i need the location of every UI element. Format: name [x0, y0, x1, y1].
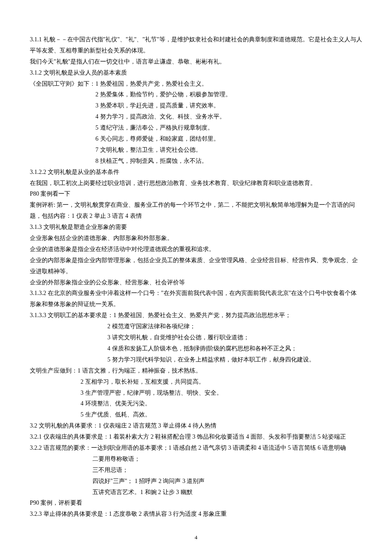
- paragraph: 我们今天"礼貌"是指人们在一切交往中，语言举止谦虚、恭敬、彬彬有礼。: [30, 56, 362, 67]
- list-item: 四说好"三声"； 1 招呼声 2 询问声 3 道别声: [30, 476, 362, 487]
- list-item: 4 环境整洁、优美无污染。: [30, 398, 362, 409]
- page-number: 4: [30, 532, 362, 543]
- list-item: 6 关心同志，尊师爱徒，和睦家庭，团结邻里。: [30, 133, 362, 145]
- paragraph: 文明生产应做到：1 语言文雅，行为端正，精神振奋，技术熟练。: [30, 365, 362, 376]
- list-item: 4 保质和发扬工人阶级本色，抵制剥削阶级的腐朽思想和各种不正之风；: [30, 343, 362, 354]
- list-item: 8 扶植正气，抑制歪风，拒腐蚀，永不沾。: [30, 156, 362, 167]
- paragraph: 3.2.2 语言规范的要求：一达到职业用语的基本要求；1 语感自然 2 语气亲切…: [30, 442, 362, 454]
- paragraph: 《全国职工守则》如下：1 热爱祖国，热爱共产党，热爱社会主义。: [30, 78, 362, 90]
- paragraph: 3.1.1 礼貌－－在中国古代指"礼仪"、"礼"、"礼节"等，是维护奴隶社会和封…: [30, 34, 362, 56]
- paragraph: 3.2 文明礼貌的具体要求：1 仪表端庄 2 语言规范 3 举止得体 4 待人热…: [30, 420, 362, 431]
- paragraph: 企业的外部形象指企业的公众形象、经营形象、社会评价等: [30, 277, 362, 288]
- list-item: 5 努力学习现代科学知识，在业务上精益求精，做好本职工作，献身四化建设。: [30, 354, 362, 365]
- paragraph: 3.1.2.2 文明礼貌是从业的基本条件: [30, 167, 362, 178]
- paragraph: 3.1.2 文明礼貌是从业人员的基本素质: [30, 67, 362, 78]
- list-item: 五讲究语言艺术。1 和婉 2 让步 3 幽默: [30, 487, 362, 498]
- paragraph: 3.1.3 文明礼貌是塑造企业形象的需要: [30, 222, 362, 233]
- list-item: 三不用忌语；: [30, 465, 362, 476]
- paragraph: 企业的内部形象是指企业内部管理形象，包括企业员工的整体素质、企业管理风格、企业经…: [30, 255, 362, 277]
- list-item: 5 生产优质、低耗、高效。: [30, 409, 362, 420]
- paragraph: 3.2.3 举止得体的具体要求是：1 态度恭敬 2 表情从容 3 行为适度 4 …: [30, 509, 362, 520]
- list-item: 2 互相学习，取长补短，互相支援，共同提高。: [30, 376, 362, 387]
- list-item: 2 模范遵守国家法律和各项纪律；: [30, 321, 362, 332]
- paragraph: 案例评析: 第一，文明礼貌贯穿在商业、服务业工作的每一个环节之中，第二，不能把文…: [30, 199, 362, 222]
- paragraph: P80 案例看一下: [30, 188, 362, 199]
- paragraph: 3.2.1 仪表端庄的具体要求是：1 着装朴素大方 2 鞋袜搭配合理 3 饰品和…: [30, 431, 362, 442]
- list-item: 7 文明礼貌，整洁卫生，讲究社会公德。: [30, 145, 362, 156]
- paragraph: 3.1.3.3 文明职工的基本要求是：1 热爱祖国、热爱社会主义、热爱共产党，努…: [30, 310, 362, 321]
- list-item: 5 遵纪守法，廉洁奉公，严格执行规章制度。: [30, 122, 362, 133]
- list-item: 3 生产管理严密，纪律严明，现场整洁、明快、安全。: [30, 387, 362, 399]
- paragraph: P90 案例，评析要看: [30, 497, 362, 509]
- paragraph: 在我国，职工初次上岗要经过职业培训，进行思想政治教育、业务技术教育、职业纪律教育…: [30, 178, 362, 189]
- paragraph: 3.1.3.2 在北京的商业服务业中淬着这样一个口号："在外宾面前我代表中国，在…: [30, 288, 362, 310]
- list-item: 2 热爱集体，勤俭节约，爱护公物，积极参加管理。: [30, 89, 362, 100]
- list-item: 3 热爱本职，学赶先进，提高质量，讲究效率。: [30, 100, 362, 111]
- list-item: 4 努力学习，提高政治、文化、科技、业务水平。: [30, 111, 362, 122]
- list-item: 二要用尊称敬语；: [30, 454, 362, 465]
- list-item: 3 讲究文明礼貌，自觉维护社会公德，履行职业道德；: [30, 332, 362, 343]
- paragraph: 企业形象包括企业的道德形象、内部形象和外部形象。: [30, 233, 362, 244]
- paragraph: 企业的道德形象是指企业在经济活动中对伦理道德观念的重视和追求。: [30, 244, 362, 255]
